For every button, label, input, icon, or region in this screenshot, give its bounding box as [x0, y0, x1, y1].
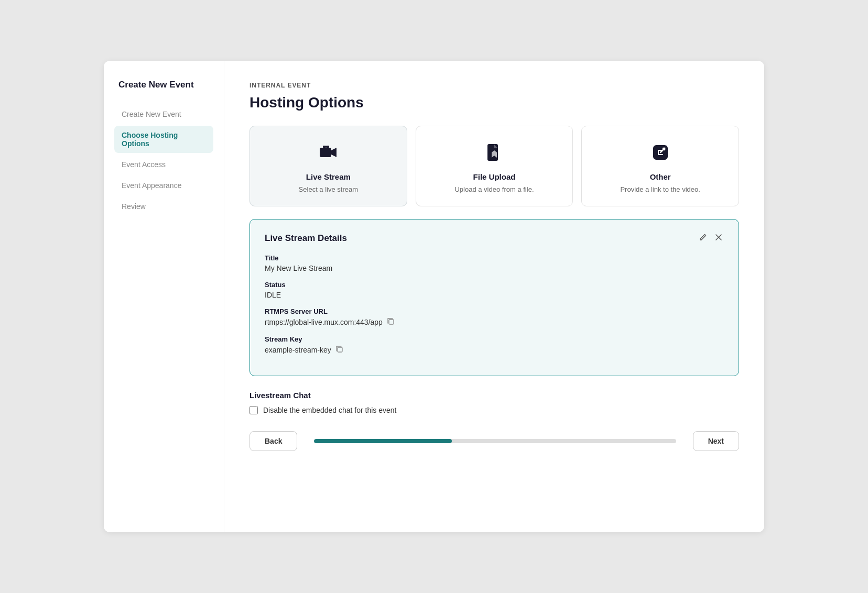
details-panel-actions — [698, 232, 724, 245]
file-upload-title: File Upload — [473, 172, 516, 181]
field-value-rtmps: rtmps://global-live.mux.com:443/app — [265, 317, 724, 327]
field-label-title: Title — [265, 254, 724, 262]
progress-bar-container — [314, 439, 676, 443]
main-content: INTERNAL EVENT Hosting Options Live Stre… — [224, 61, 764, 532]
svg-rect-12 — [338, 347, 342, 352]
option-card-other[interactable]: Other Provide a link to the video. — [581, 126, 739, 206]
sidebar-item-review[interactable]: Review — [114, 197, 213, 216]
sidebar-title: Create New Event — [114, 80, 213, 90]
svg-rect-2 — [323, 146, 326, 148]
checkbox-row: Disable the embedded chat for this event — [249, 406, 739, 414]
sidebar-item-appearance[interactable]: Event Appearance — [114, 176, 213, 195]
edit-button[interactable] — [698, 232, 708, 245]
next-button[interactable]: Next — [693, 431, 739, 451]
sidebar-item-hosting[interactable]: Choose Hosting Options — [114, 126, 213, 153]
disable-chat-checkbox[interactable] — [249, 406, 258, 414]
field-value-status: IDLE — [265, 291, 724, 299]
field-label-rtmps: RTMPS Server URL — [265, 308, 724, 315]
field-label-status: Status — [265, 281, 724, 289]
live-stream-desc: Select a live stream — [299, 185, 358, 193]
live-stream-title: Live Stream — [306, 172, 351, 181]
file-upload-desc: Upload a video from a file. — [454, 185, 534, 193]
option-card-file-upload[interactable]: File Upload Upload a video from a file. — [416, 126, 573, 206]
details-panel-header: Live Stream Details — [265, 232, 724, 245]
file-upload-icon — [485, 143, 504, 166]
other-icon — [651, 143, 670, 166]
disable-chat-label[interactable]: Disable the embedded chat for this event — [263, 406, 397, 414]
close-button[interactable] — [713, 232, 724, 245]
livestream-chat-title: Livestream Chat — [249, 391, 739, 400]
option-cards: Live Stream Select a live stream File Up… — [249, 126, 739, 206]
field-value-stream-key: example-stream-key — [265, 345, 724, 355]
svg-rect-11 — [389, 320, 394, 324]
live-stream-icon — [319, 143, 338, 166]
other-title: Other — [650, 172, 671, 181]
sidebar: Create New Event Create New Event Choose… — [104, 61, 224, 532]
progress-bar-fill — [314, 439, 451, 443]
field-label-stream-key: Stream Key — [265, 335, 724, 343]
page-title: Hosting Options — [249, 94, 739, 111]
details-panel: Live Stream Details Title — [249, 219, 739, 376]
copy-stream-key-icon[interactable] — [335, 345, 343, 355]
svg-rect-0 — [320, 148, 331, 157]
main-container: Create New Event Create New Event Choose… — [104, 61, 764, 532]
back-button[interactable]: Back — [249, 431, 297, 451]
details-panel-title: Live Stream Details — [265, 233, 347, 244]
other-desc: Provide a link to the video. — [620, 185, 700, 193]
copy-rtmps-icon[interactable] — [387, 317, 395, 327]
footer-bar: Back Next — [249, 431, 739, 451]
sidebar-item-create[interactable]: Create New Event — [114, 105, 213, 124]
svg-rect-3 — [326, 146, 329, 148]
option-card-live-stream[interactable]: Live Stream Select a live stream — [249, 126, 407, 206]
field-value-title: My New Live Stream — [265, 264, 724, 272]
breadcrumb: INTERNAL EVENT — [249, 82, 739, 89]
svg-marker-1 — [331, 148, 337, 157]
sidebar-item-access[interactable]: Event Access — [114, 155, 213, 174]
